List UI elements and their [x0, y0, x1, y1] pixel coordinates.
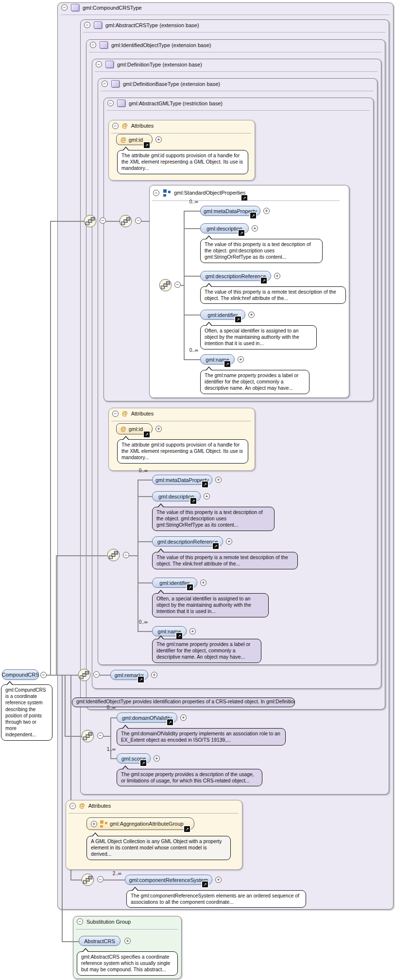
link-icon[interactable]: ↗	[144, 432, 150, 437]
connector-line	[137, 582, 152, 583]
divider	[76, 929, 178, 930]
complex-type-icon	[71, 4, 79, 11]
attributes-label: Attributes	[131, 411, 154, 416]
link-icon[interactable]: ↗	[224, 361, 230, 367]
connector-line	[137, 496, 152, 497]
element-abstract-crs[interactable]: AbstractCRS	[79, 936, 120, 946]
connector-line	[103, 880, 125, 880]
collapse-icon[interactable]: −	[69, 803, 76, 809]
collapse-icon[interactable]: −	[40, 672, 47, 678]
type-label: gml:CompoundCRSType	[83, 5, 142, 11]
connector-line	[50, 221, 84, 222]
link-icon[interactable]: ↗	[187, 584, 193, 590]
collapse-icon[interactable]: −	[100, 217, 106, 224]
sequence-icon	[78, 668, 91, 681]
expand-icon[interactable]: +	[204, 493, 210, 499]
collapse-icon[interactable]: −	[153, 190, 159, 196]
type-header-identified-object: − gml:IdentifiedObjectType (extension ba…	[90, 41, 211, 49]
expand-icon[interactable]: +	[151, 672, 157, 678]
connector-line	[110, 717, 117, 718]
divider	[60, 15, 390, 15]
expand-icon[interactable]: +	[154, 755, 160, 762]
connector-line	[56, 555, 57, 675]
connector-line	[184, 359, 200, 360]
sequence-icon	[81, 730, 94, 743]
collapse-icon[interactable]: −	[90, 42, 96, 48]
gml-id-tooltip: The attribute gml:id supports provision …	[117, 439, 248, 464]
identifier-tooltip: Often, a special identifier is assigned …	[152, 593, 269, 617]
divider	[89, 52, 381, 52]
collapse-icon[interactable]: −	[107, 100, 114, 106]
expand-icon[interactable]: +	[215, 477, 222, 483]
link-icon[interactable]: ↗	[239, 230, 244, 236]
sequence-icon	[107, 548, 120, 562]
expand-icon[interactable]: +	[155, 426, 162, 432]
link-icon[interactable]: ↗	[190, 498, 196, 504]
link-icon[interactable]: ↗	[235, 316, 241, 322]
type-header-abstract-crs: − gml:AbstractCRSType (extension base)	[84, 21, 199, 29]
collapse-icon[interactable]: −	[84, 22, 90, 28]
complex-type-icon	[111, 80, 120, 87]
link-icon[interactable]: ↗	[140, 760, 146, 766]
collapse-icon[interactable]: −	[97, 876, 103, 882]
attribute-label: gml:id	[129, 137, 143, 143]
link-icon[interactable]: ↗	[202, 881, 208, 887]
link-icon[interactable]: ↗	[138, 677, 144, 682]
substitution-group-header: − Substitution Group	[77, 918, 131, 925]
complex-type-icon	[100, 41, 108, 49]
aggregation-attribute-group[interactable]: + gml:AggregationAttributeGroup	[86, 817, 194, 830]
type-label: gml:DefinitionBaseType (extension base)	[123, 81, 220, 87]
collapse-icon[interactable]: −	[123, 552, 129, 558]
link-icon[interactable]: ↗	[144, 142, 150, 148]
divider	[106, 110, 370, 111]
attributes-label: Attributes	[88, 803, 111, 809]
expand-icon[interactable]: +	[200, 580, 206, 586]
cardinality-label: 0..∞	[179, 199, 198, 204]
collapse-icon[interactable]: −	[97, 732, 103, 739]
expand-icon[interactable]: +	[189, 628, 196, 634]
connector-line	[137, 480, 152, 481]
schema-diagram: − gml:CompoundCRSType − gml:AbstractCRST…	[0, 0, 395, 980]
complex-type-icon	[94, 21, 102, 29]
domainOfValidity-tooltip: The gml:domainOfValidity property implem…	[117, 728, 286, 746]
link-icon[interactable]: ↗	[261, 278, 267, 283]
collapse-icon[interactable]: −	[174, 282, 181, 288]
collapse-icon[interactable]: −	[61, 4, 68, 11]
expand-icon[interactable]: +	[215, 877, 222, 883]
collapse-icon[interactable]: −	[102, 81, 108, 87]
expand-icon[interactable]: +	[238, 356, 244, 363]
element-componentReferenceSystem[interactable]: gml:componentReferenceSystem	[125, 875, 212, 885]
type-header-abstract-gml: − gml:AbstractGMLType (restriction base)	[107, 100, 223, 107]
expand-icon[interactable]: +	[91, 821, 97, 827]
collapse-icon[interactable]: −	[112, 411, 119, 417]
sequence-icon	[84, 215, 97, 228]
expand-icon[interactable]: +	[155, 136, 162, 143]
expand-icon[interactable]: +	[274, 273, 280, 279]
expand-icon[interactable]: +	[180, 714, 187, 721]
link-icon[interactable]: ↗	[184, 826, 190, 832]
complex-type-icon	[117, 100, 125, 107]
connector-line	[184, 211, 185, 359]
expand-icon[interactable]: +	[226, 538, 232, 545]
expand-icon[interactable]: +	[248, 312, 255, 318]
link-icon[interactable]: ↗	[213, 543, 219, 549]
expand-icon[interactable]: +	[124, 938, 131, 944]
link-icon[interactable]: ↗	[250, 213, 256, 218]
element-compound-crs[interactable]: CompoundCRS	[2, 669, 39, 680]
link-icon[interactable]: ↗	[167, 719, 173, 725]
description-tooltip: The value of this property is a text des…	[152, 507, 275, 531]
sequence-icon	[81, 873, 94, 886]
name-tooltip: The gml:name property provides a label o…	[152, 639, 261, 663]
collapse-icon[interactable]: −	[93, 671, 100, 678]
collapse-icon[interactable]: −	[96, 61, 102, 67]
attributes-header: − @ Attributes	[112, 122, 154, 129]
expand-icon[interactable]: +	[252, 225, 258, 232]
collapse-icon[interactable]: −	[135, 217, 141, 224]
link-icon[interactable]: ↗	[176, 633, 182, 639]
expand-icon[interactable]: +	[263, 208, 270, 214]
descriptionReference-tooltip: The value of this property is a remote t…	[152, 552, 298, 569]
aggregation-tooltip: A GML Object Collection is any GML Objec…	[86, 836, 231, 860]
link-icon[interactable]: ↗	[202, 482, 208, 487]
collapse-icon[interactable]: −	[112, 123, 119, 129]
collapse-icon[interactable]: −	[77, 918, 83, 925]
